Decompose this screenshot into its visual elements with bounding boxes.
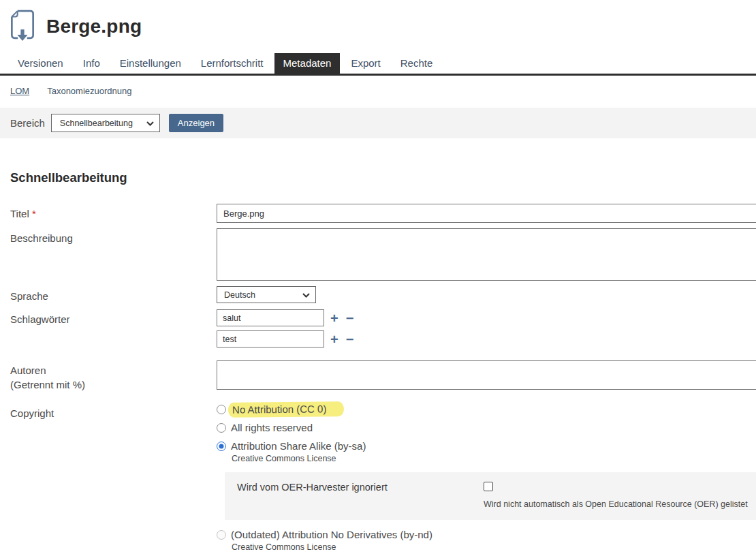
form-row-language: Sprache Deutsch: [0, 286, 756, 303]
radio-cc0[interactable]: [217, 405, 226, 414]
keyword-input-2[interactable]: [217, 330, 324, 348]
radio-by-sa-selected[interactable]: [217, 442, 226, 451]
authors-label: Autoren (Getrennt mit %): [10, 360, 217, 392]
copyright-option-by-sa: Attribution Share Alike (by-sa): [217, 440, 756, 452]
tab-metadaten[interactable]: Metadaten: [274, 53, 341, 74]
authors-input[interactable]: [217, 360, 756, 390]
copyright-option-label[interactable]: (Outdated) Attribution No Derivatives (b…: [231, 529, 432, 540]
anzeigen-button[interactable]: Anzeigen: [169, 114, 223, 132]
section-heading: Schnellbearbeitung: [10, 170, 756, 185]
copyright-option-cc0: No Attribution (CC 0): [217, 403, 756, 415]
title-label: Titel *: [10, 204, 217, 223]
keyword-input-1[interactable]: [217, 309, 324, 326]
add-keyword-icon[interactable]: +: [330, 311, 338, 325]
language-select-value: Deutsch: [224, 290, 255, 300]
chevron-down-icon: [146, 119, 154, 128]
keyword-row: + −: [217, 330, 756, 348]
tab-info[interactable]: Info: [74, 53, 109, 74]
authors-label-hint: (Getrennt mit %): [10, 377, 217, 392]
oer-harvester-control: Wird nicht automatisch als Open Educatio…: [484, 482, 756, 509]
page-header: Berge.png: [0, 0, 756, 45]
tab-versionen[interactable]: Versionen: [9, 53, 72, 74]
tab-export[interactable]: Export: [342, 53, 389, 74]
radio-by-nd-disabled[interactable]: [217, 530, 226, 540]
language-select[interactable]: Deutsch: [217, 286, 316, 303]
sub-nav: LOM Taxonomiezuordnung: [0, 76, 756, 96]
tab-rechte[interactable]: Rechte: [392, 53, 442, 74]
file-download-icon: [8, 9, 37, 44]
keywords-label: Schlagwörter: [10, 309, 217, 352]
remove-keyword-icon[interactable]: −: [346, 333, 354, 346]
add-keyword-icon[interactable]: +: [330, 333, 338, 346]
form-row-keywords: Schlagwörter + − + −: [0, 309, 756, 352]
remove-keyword-icon[interactable]: −: [346, 311, 354, 325]
form-row-title: Titel *: [0, 204, 756, 223]
title-input[interactable]: [217, 204, 756, 223]
bereich-select-value: Schnellbearbeitung: [60, 119, 133, 128]
page-title: Berge.png: [46, 16, 142, 37]
oer-harvester-label: Wird vom OER-Harvester ignoriert: [237, 482, 484, 509]
filter-label: Bereich: [10, 117, 45, 129]
language-label: Sprache: [10, 286, 217, 303]
tab-lernfortschritt[interactable]: Lernfortschritt: [192, 53, 272, 74]
cc-license-sublabel: Creative Commons License: [232, 542, 756, 552]
metadata-form: Titel * Beschreibung Sprache Deutsch: [0, 204, 756, 556]
required-asterisk: *: [32, 208, 36, 219]
oer-harvester-box: Wird vom OER-Harvester ignoriert Wird ni…: [225, 472, 756, 520]
tab-einstellungen[interactable]: Einstellungen: [111, 53, 190, 74]
copyright-option-all-rights: All rights reserved: [217, 422, 756, 433]
oer-harvester-checkbox[interactable]: [484, 482, 493, 491]
radio-all-rights[interactable]: [217, 423, 226, 433]
copyright-option-label[interactable]: Attribution Share Alike (by-sa): [231, 440, 366, 452]
filter-bar: Bereich Schnellbearbeitung Anzeigen: [0, 108, 756, 138]
form-row-authors: Autoren (Getrennt mit %): [0, 360, 756, 392]
tab-bar: Versionen Info Einstellungen Lernfortsch…: [0, 53, 756, 76]
keyword-row: + −: [217, 309, 756, 326]
form-row-copyright: Copyright No Attribution (CC 0) All righ…: [0, 403, 756, 556]
form-row-description: Beschreibung: [0, 228, 756, 281]
subnav-link-taxonomiezuordnung[interactable]: Taxonomiezuordnung: [47, 86, 131, 96]
chevron-down-icon: [302, 290, 310, 300]
metadata-page: Berge.png Versionen Info Einstellungen L…: [0, 0, 756, 556]
oer-harvester-helper-text: Wird nicht automatisch als Open Educatio…: [484, 499, 756, 509]
copyright-option-label-highlighted[interactable]: No Attribution (CC 0): [228, 401, 345, 417]
bereich-select[interactable]: Schnellbearbeitung: [51, 114, 160, 132]
copyright-option-label[interactable]: All rights reserved: [231, 422, 313, 433]
cc-license-sublabel: Creative Commons License: [232, 454, 756, 463]
copyright-label: Copyright: [10, 403, 217, 556]
description-textarea[interactable]: [217, 228, 756, 281]
subnav-link-lom[interactable]: LOM: [10, 86, 29, 96]
description-label: Beschreibung: [10, 228, 217, 281]
copyright-option-by-nd: (Outdated) Attribution No Derivatives (b…: [217, 529, 756, 540]
